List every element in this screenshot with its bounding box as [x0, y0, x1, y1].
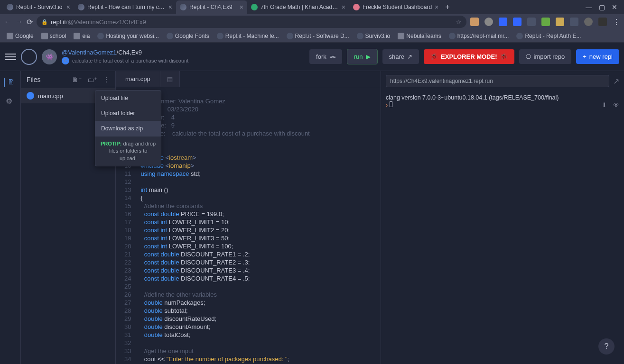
tab-title: 7th Grade Math | Khan Academy — [261, 4, 339, 10]
files-rail-icon[interactable]: 🗎 — [4, 78, 13, 87]
bookmark-item[interactable]: Surviv3.io — [354, 32, 393, 40]
new-tab-button[interactable]: + — [445, 3, 449, 11]
star-icon[interactable]: ☆ — [456, 18, 462, 26]
breadcrumb: @ValentinaGomez1/Ch4,Ex9 — [62, 49, 188, 56]
folder-icon — [7, 33, 13, 39]
tab-favicon-icon — [180, 4, 186, 10]
bookmark-item[interactable]: Repl.it - Software D... — [284, 32, 352, 40]
window-close-icon[interactable]: ✕ — [612, 3, 617, 11]
window-minimize-icon[interactable]: — — [586, 3, 592, 11]
nav-forward-icon[interactable]: → — [15, 18, 23, 26]
tab-close-icon[interactable]: × — [66, 3, 70, 11]
editor-tab[interactable]: main.cpp — [116, 71, 160, 87]
download-zip-item[interactable]: Download as zip — [95, 121, 161, 136]
main-area: 🗎 ⚙ Files 🗎⁺ 🗀⁺ ⋮ main.cpp main.cpp ▤ 12… — [0, 71, 624, 364]
console-line: clang version 7.0.0-3~ubuntu0.18.04.1 (t… — [386, 94, 619, 101]
bookmark-item[interactable]: school — [38, 32, 69, 40]
side-rail: 🗎 ⚙ — [0, 71, 21, 364]
files-dropdown-menu: Upload file Upload folder Download as zi… — [95, 90, 161, 166]
cpp-file-icon — [27, 92, 34, 100]
fork-button[interactable]: fork ⫘ — [309, 49, 342, 64]
browser-tab[interactable]: Repl.it - Surviv3.io× — [3, 0, 74, 14]
site-icon — [287, 33, 293, 39]
play-icon: ▶ — [366, 53, 371, 60]
extensions-group: ⋮ — [470, 18, 620, 27]
extension-icon[interactable] — [584, 18, 593, 26]
site-icon — [167, 33, 173, 39]
output-url-field[interactable]: https://Ch4Ex9.valentinagomez1.repl.run — [386, 75, 609, 87]
run-button[interactable]: run ▶ — [347, 49, 378, 64]
console-eye-icon[interactable]: 👁 — [613, 102, 619, 109]
nav-back-icon[interactable]: ← — [4, 18, 11, 26]
bookmark-item[interactable]: Google Fonts — [164, 32, 212, 40]
upload-file-item[interactable]: Upload file — [95, 91, 161, 106]
tab-close-icon[interactable]: × — [342, 3, 345, 11]
bug-icon: 🐞 — [430, 53, 438, 60]
upload-folder-item[interactable]: Upload folder — [95, 106, 161, 121]
bookmark-item[interactable]: NebulaTeams — [395, 32, 444, 40]
files-menu-icon[interactable]: ⋮ — [103, 76, 110, 83]
hamburger-icon[interactable] — [5, 54, 16, 60]
extension-icon[interactable] — [598, 18, 607, 26]
site-icon — [449, 33, 456, 39]
browser-tab[interactable]: Repl.it - How can I turn my code× — [74, 0, 176, 14]
folder-icon — [398, 33, 404, 39]
extension-icon[interactable] — [499, 18, 507, 26]
bookmarks-bar: GoogleschooleiaHosting your websi...Goog… — [0, 29, 624, 43]
site-icon — [97, 33, 104, 39]
url-text: repl.it/@ValentinaGomez1/Ch4Ex9 — [51, 18, 146, 26]
console-download-icon[interactable]: ⬇ — [602, 102, 607, 109]
tab-title: Repl.it - How can I turn my code — [87, 4, 166, 10]
tab-favicon-icon — [353, 4, 360, 10]
extension-icon[interactable] — [470, 18, 479, 26]
fork-icon: ⫘ — [329, 53, 335, 60]
console-output[interactable]: clang version 7.0.0-3~ubuntu0.18.04.1 (t… — [381, 91, 624, 364]
browser-tab[interactable]: 7th Grade Math | Khan Academy× — [247, 0, 349, 14]
nav-reload-icon[interactable]: ⟳ — [27, 18, 33, 27]
new-folder-icon[interactable]: 🗀⁺ — [87, 76, 97, 83]
browser-toolbar: ← → ⟳ 🔒 repl.it/@ValentinaGomez1/Ch4Ex9 … — [0, 14, 624, 29]
window-maximize-icon[interactable]: ▢ — [599, 3, 605, 11]
new-repl-button[interactable]: + new repl — [576, 49, 619, 64]
browser-tab[interactable]: Repl.it - Ch4,Ex9× — [176, 0, 247, 14]
tab-close-icon[interactable]: × — [240, 3, 243, 11]
extension-icon[interactable] — [527, 18, 536, 26]
extension-icon[interactable] — [541, 18, 550, 26]
repl-subtitle: C calculate the total cost of a purchase… — [62, 57, 188, 64]
explorer-mode-button[interactable]: 🐞 EXPLORER MODE! 🐞 — [424, 49, 514, 64]
bookmark-item[interactable]: eia — [71, 32, 93, 40]
folder-icon — [41, 33, 48, 39]
address-bar[interactable]: 🔒 repl.it/@ValentinaGomez1/Ch4Ex9 ☆ — [37, 16, 466, 28]
help-button[interactable]: ? — [598, 338, 615, 355]
editor-layout-icon[interactable]: ▤ — [160, 71, 180, 87]
avatar[interactable]: 👾 — [42, 49, 57, 64]
extension-icon[interactable] — [484, 18, 493, 26]
bookmark-item[interactable]: Google — [4, 32, 37, 40]
bookmark-item[interactable]: https://repl-mail.mr... — [446, 32, 512, 40]
replit-logo-icon[interactable] — [21, 49, 37, 65]
share-button[interactable]: share ↗ — [382, 49, 419, 64]
extension-icon[interactable] — [556, 18, 564, 26]
tab-favicon-icon — [78, 4, 84, 10]
extension-icon[interactable] — [570, 18, 578, 26]
breadcrumb-user[interactable]: @ValentinaGomez1 — [62, 49, 117, 56]
site-icon — [217, 33, 224, 39]
tab-close-icon[interactable]: × — [435, 3, 438, 11]
bookmark-item[interactable]: Hosting your websi... — [94, 32, 161, 40]
plus-icon: + — [583, 53, 587, 60]
tab-close-icon[interactable]: × — [168, 3, 172, 11]
cpp-icon: C — [62, 57, 69, 64]
share-icon: ↗ — [407, 53, 412, 60]
bookmark-item[interactable]: Repl.it - Repl Auth E... — [513, 32, 584, 40]
import-repo-button[interactable]: ⎔ import repo — [519, 49, 572, 64]
browser-tab[interactable]: Freckle Student Dashboard× — [349, 0, 442, 14]
bug-icon: 🐞 — [500, 53, 508, 60]
open-external-icon[interactable]: ↗ — [613, 77, 619, 86]
tab-title: Freckle Student Dashboard — [363, 4, 432, 10]
settings-rail-icon[interactable]: ⚙ — [6, 97, 15, 106]
browser-menu-icon[interactable]: ⋮ — [613, 18, 620, 27]
extension-icon[interactable] — [513, 18, 522, 26]
bookmark-item[interactable]: Repl.it - Machine le... — [214, 32, 282, 40]
new-file-icon[interactable]: 🗎⁺ — [72, 76, 82, 83]
protip-text: PROTIP: drag and drop files or folders t… — [95, 136, 161, 166]
